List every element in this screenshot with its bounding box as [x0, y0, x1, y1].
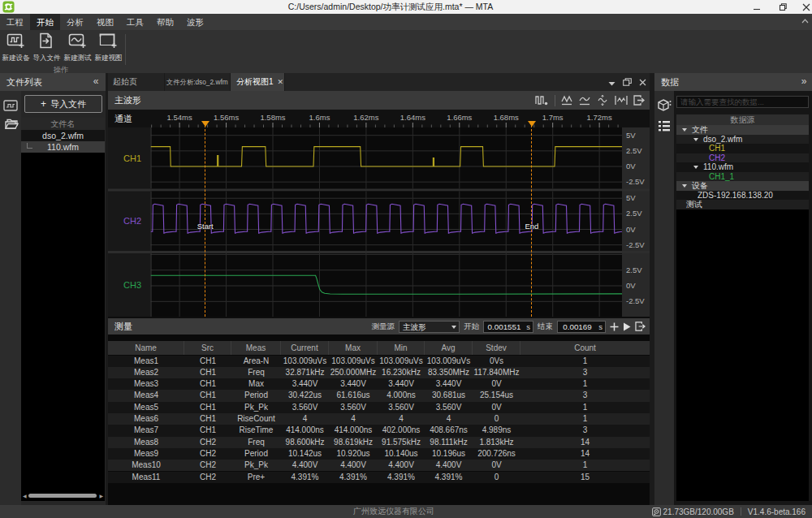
expand-panel-icon[interactable]: » [796, 73, 812, 91]
end-time-input[interactable]: 0.00169 s [557, 321, 606, 333]
table-column-header[interactable]: Avg [425, 341, 473, 355]
run-measurement-icon[interactable] [623, 322, 631, 331]
export-measurement-icon[interactable] [635, 322, 646, 331]
list-view-icon[interactable] [656, 118, 672, 134]
file-list: 文件名 dso_2.wfm110.wfm [21, 118, 105, 501]
time-tick-label: 1.66ms [447, 113, 472, 122]
zoom-horizontal-icon[interactable] [561, 95, 573, 106]
ribbon-collapse-icon[interactable] [799, 14, 810, 28]
measure-source-dropdown[interactable]: 主波形 [399, 321, 460, 333]
data-search-input[interactable]: 请输入需要查找的数据... [676, 96, 809, 108]
table-row[interactable]: Meas6CH1RiseCount444401 [108, 413, 650, 425]
file-row[interactable]: dso_2.wfm [21, 130, 105, 141]
device-view-icon[interactable] [2, 97, 19, 114]
fit-vertical-icon[interactable] [597, 95, 609, 106]
table-row[interactable]: Meas4CH1Period30.422us61.616us4.000ns30.… [108, 390, 650, 401]
table-row[interactable]: Meas11CH2Pre+4.391%4.391%4.391%4.391%015 [108, 472, 650, 483]
zoom-fit-icon[interactable] [579, 95, 591, 106]
close-button[interactable] [795, 0, 812, 14]
tree-item-ch1[interactable]: CH1 [676, 144, 809, 153]
tree-expand-icon[interactable] [693, 138, 698, 141]
time-tick-label: 1.54ms [167, 113, 192, 122]
tree-expand-icon[interactable] [693, 166, 698, 169]
table-column-header[interactable]: Meas [231, 341, 281, 355]
table-row[interactable]: Meas7CH1RiseTime414.000ns414.000ns402.00… [108, 425, 650, 436]
add-measurement-icon[interactable] [610, 322, 619, 331]
table-cell: Meas2 [108, 367, 184, 378]
table-row[interactable]: Meas9CH2Period10.142us10.920us10.140us10… [108, 448, 650, 460]
table-column-header[interactable]: Stdev [473, 341, 520, 355]
scrollbar-thumb[interactable] [28, 494, 97, 498]
tree-item-ch1_1[interactable]: CH1_1 [676, 172, 809, 182]
menu-item-2[interactable]: 开始 [30, 14, 60, 30]
ribbon-button-1[interactable]: 新建设备 [1, 32, 31, 65]
tab-2[interactable]: 文件分析:dso_2.wfm [165, 73, 231, 91]
waveform-chart[interactable]: 通道1.54ms1.56ms1.58ms1.6ms1.62ms1.64ms1.6… [108, 110, 650, 317]
import-file-button[interactable]: +导入文件 [24, 95, 102, 113]
menu-item-1[interactable]: 工程 [0, 14, 30, 30]
float-window-icon[interactable] [623, 75, 632, 89]
tree-expand-icon[interactable] [682, 128, 687, 132]
ribbon-button-2[interactable]: 导入文件 [32, 32, 62, 65]
maximize-button[interactable] [771, 0, 794, 14]
table-cell: 10.920us [329, 448, 378, 460]
menu-item-3[interactable]: 分析 [60, 14, 90, 30]
table-column-header[interactable]: Src [184, 341, 231, 355]
tab-1[interactable]: 起始页 [108, 73, 165, 91]
menu-item-6[interactable]: 帮助 [150, 14, 180, 30]
table-cell: 4 [425, 413, 473, 425]
table-row[interactable]: Meas10CH2Pk_Pk4.400V4.400V4.400V4.400V0V… [108, 460, 650, 471]
scroll-left-arrow-icon[interactable]: ◀ [23, 494, 27, 499]
table-column-header[interactable]: Current [281, 341, 329, 355]
tab-3[interactable]: 分析视图1✕ [231, 73, 285, 91]
tab-list-dropdown-icon[interactable] [608, 75, 615, 89]
table-column-header[interactable]: Name [108, 341, 184, 355]
table-cell: 4.400V [281, 460, 329, 471]
voltage-tick-label: 2.5V [626, 209, 642, 218]
table-column-header[interactable]: Count [520, 341, 650, 355]
table-cell: 15 [520, 472, 650, 483]
tree-item-[interactable]: 文件 [676, 125, 809, 135]
tree-expand-icon[interactable] [682, 184, 687, 188]
menu-item-5[interactable]: 工具 [120, 14, 150, 30]
file-row[interactable]: 110.wfm [21, 141, 105, 153]
fit-horizontal-icon[interactable] [615, 95, 628, 106]
tree-item-110.wfm[interactable]: 110.wfm [676, 162, 809, 172]
cursor-measure-icon[interactable] [535, 95, 549, 106]
table-cell: 4.391% [281, 472, 329, 483]
ribbon-button-label: 新建设备 [2, 54, 30, 63]
menu-item-7[interactable]: 波形 [180, 14, 210, 30]
horizontal-scrollbar[interactable]: ◀ ▶ [23, 493, 103, 499]
tree-item-ch2[interactable]: CH2 [676, 153, 809, 163]
data-source-cube-icon[interactable] [656, 97, 672, 114]
new-view-icon [99, 37, 118, 51]
ribbon-button-4[interactable]: 新建视图 [93, 32, 123, 65]
table-row[interactable]: Meas3CH1Max3.440V3.440V3.440V3.440V0V1 [108, 378, 650, 390]
tree-item-dso_2.wfm[interactable]: dso_2.wfm [676, 135, 809, 145]
ribbon-button-3[interactable]: 新建测试 [63, 32, 93, 65]
tree-item-[interactable]: 设备 [676, 181, 809, 191]
collapse-panel-icon[interactable]: « [88, 73, 104, 91]
tree-item-zds-192.168.138.20[interactable]: ZDS-192.168.138.20 [676, 191, 809, 201]
table-row[interactable]: Meas8CH2Freq98.600kHz98.619kHz91.575kHz9… [108, 437, 650, 448]
scroll-right-arrow-icon[interactable]: ▶ [99, 494, 103, 499]
table-row[interactable]: Meas1CH1Area-N103.009uVs103.009uVs103.00… [108, 356, 650, 367]
tree-item-label: CH1_1 [709, 172, 734, 182]
file-view-icon[interactable] [2, 116, 19, 132]
table-cell: RiseCount [231, 413, 281, 425]
table-column-header[interactable]: Min [378, 341, 425, 355]
menu-item-4[interactable]: 视图 [90, 14, 120, 30]
tree-item-[interactable]: 测试 [676, 200, 809, 209]
table-row[interactable]: Meas5CH1Pk_Pk3.560V3.560V3.560V3.560V0V1 [108, 402, 650, 413]
close-tab-icon[interactable] [639, 75, 646, 89]
start-time-input[interactable]: 0.001551 s [483, 321, 533, 333]
table-row[interactable]: Meas2CH1Freq32.871kHz250.000MHz16.230kHz… [108, 367, 650, 378]
ribbon-button-label: 新建测试 [64, 54, 92, 63]
table-column-header[interactable]: Max [329, 341, 378, 355]
minimize-button[interactable] [745, 0, 768, 14]
table-cell: 0 [473, 413, 520, 425]
table-cell: 25.154us [473, 390, 520, 401]
table-cell: 91.575kHz [378, 437, 425, 448]
export-view-icon[interactable] [633, 95, 645, 106]
tab-close-icon[interactable]: ✕ [278, 73, 284, 91]
